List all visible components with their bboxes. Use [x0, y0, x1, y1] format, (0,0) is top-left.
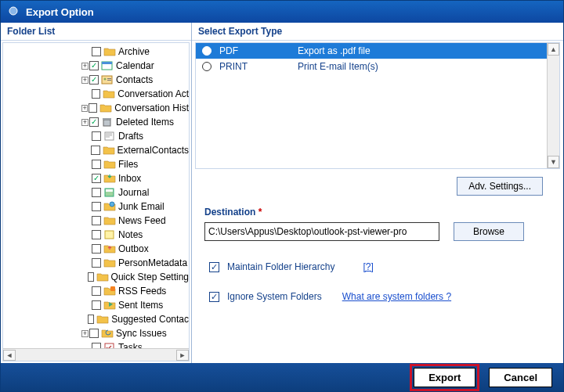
folder-tree[interactable]: Archive+Calendar+ContactsConversation Ac… — [3, 43, 189, 348]
folder-label: Conversation Act — [118, 88, 189, 99]
folder-checkbox[interactable] — [92, 131, 101, 141]
window-title: Export Option — [26, 6, 94, 18]
scroll-up-arrow[interactable]: ▲ — [548, 43, 559, 56]
folder-row[interactable]: News Feed — [6, 214, 189, 228]
export-settings-panel: Select Export Type PDFExport as .pdf fil… — [192, 23, 563, 363]
export-type-radio[interactable] — [202, 62, 212, 71]
folder-checkbox[interactable] — [89, 329, 99, 338]
scroll-right-arrow[interactable]: ► — [176, 350, 189, 361]
expand-spacer — [81, 202, 91, 211]
journal-icon — [103, 187, 116, 198]
export-option-window: Export Option Folder List Archive+Calend… — [0, 0, 564, 392]
expand-toggle[interactable]: + — [81, 330, 89, 337]
folder-row[interactable]: Sent Items — [6, 298, 189, 312]
folder-row[interactable]: Tasks — [6, 340, 189, 348]
folder-label: PersonMetadata — [118, 257, 187, 268]
folder-label: Deleted Items — [116, 117, 174, 128]
folder-checkbox[interactable] — [88, 315, 94, 324]
folder-checkbox[interactable] — [92, 160, 101, 169]
folder-checkbox[interactable] — [92, 202, 101, 211]
folder-icon — [103, 46, 116, 57]
folder-checkbox[interactable] — [89, 103, 97, 113]
adv-settings-button[interactable]: Adv. Settings... — [457, 177, 543, 196]
expand-toggle[interactable]: + — [81, 119, 89, 126]
folder-checkbox[interactable] — [92, 89, 101, 99]
cancel-button[interactable]: Cancel — [489, 368, 552, 387]
body: Folder List Archive+Calendar+ContactsCon… — [1, 23, 563, 363]
folder-icon — [103, 88, 115, 99]
folder-row[interactable]: Inbox — [6, 171, 189, 185]
scroll-track[interactable] — [16, 350, 176, 361]
folder-row[interactable]: PersonMetadata — [6, 256, 189, 270]
folder-checkbox[interactable] — [89, 75, 99, 85]
export-type-row[interactable]: PRINTPrint E-mail Item(s) — [196, 59, 559, 74]
folder-row[interactable]: +Conversation Hist — [6, 101, 189, 115]
export-type-radio[interactable] — [202, 46, 212, 56]
folder-row[interactable]: RSS Feeds — [6, 284, 189, 298]
folder-checkbox[interactable] — [91, 146, 99, 155]
folder-checkbox[interactable] — [89, 117, 99, 127]
folder-row[interactable]: Suggested Contac — [6, 312, 189, 326]
titlebar: Export Option — [1, 1, 563, 23]
maintain-hierarchy-checkbox[interactable] — [209, 262, 219, 272]
folder-label: Junk Email — [118, 201, 164, 212]
vertical-scrollbar[interactable]: ▲ ▼ — [547, 43, 559, 168]
folder-row[interactable]: ExternalContacts — [6, 143, 189, 157]
scroll-left-arrow[interactable]: ◄ — [3, 350, 16, 361]
folder-checkbox[interactable] — [92, 244, 101, 254]
ignore-system-checkbox[interactable] — [209, 292, 219, 302]
expand-spacer — [81, 146, 90, 155]
expand-spacer — [81, 272, 87, 282]
folder-checkbox[interactable] — [89, 61, 99, 70]
folder-row[interactable]: Archive — [6, 45, 189, 59]
maintain-hierarchy-help-link[interactable]: [?] — [363, 261, 373, 272]
expand-spacer — [81, 258, 91, 268]
folder-row[interactable]: Drafts — [6, 129, 189, 143]
export-type-code: PDF — [219, 45, 290, 56]
folder-checkbox[interactable] — [92, 343, 101, 348]
expand-spacer — [81, 343, 91, 348]
folder-label: Notes — [118, 229, 143, 240]
destination-input[interactable] — [204, 222, 439, 241]
folder-row[interactable]: +Contacts — [6, 73, 189, 87]
sync-icon — [101, 328, 114, 339]
folder-checkbox[interactable] — [92, 258, 101, 268]
expand-toggle[interactable]: + — [81, 77, 89, 84]
horizontal-scrollbar[interactable]: ◄ ► — [3, 348, 189, 361]
folder-row[interactable]: Conversation Act — [6, 87, 189, 101]
folder-label: Drafts — [118, 131, 143, 142]
folder-label: Files — [118, 159, 138, 170]
expand-spacer — [81, 131, 91, 141]
folder-label: Suggested Contac — [111, 314, 189, 325]
folder-checkbox[interactable] — [92, 300, 101, 310]
folder-row[interactable]: Outbox — [6, 242, 189, 256]
system-folders-help-link[interactable]: What are system folders ? — [342, 291, 451, 302]
folder-checkbox[interactable] — [92, 286, 101, 296]
folder-row[interactable]: Journal — [6, 185, 189, 200]
folder-checkbox[interactable] — [92, 174, 101, 183]
folder-checkbox[interactable] — [88, 272, 94, 282]
scroll-down-arrow[interactable]: ▼ — [548, 156, 559, 168]
folder-checkbox[interactable] — [92, 230, 101, 239]
folder-row[interactable]: +Deleted Items — [6, 115, 189, 129]
expand-spacer — [81, 89, 91, 99]
export-type-desc: Print E-mail Item(s) — [298, 61, 378, 72]
export-button[interactable]: Export — [414, 368, 475, 387]
folder-row[interactable]: Files — [6, 157, 189, 171]
folder-checkbox[interactable] — [92, 188, 101, 197]
folder-row[interactable]: +Sync Issues — [6, 326, 189, 340]
export-type-row[interactable]: PDFExport as .pdf file — [196, 43, 559, 59]
browse-button[interactable]: Browse — [454, 222, 524, 241]
folder-row[interactable]: +Calendar — [6, 59, 189, 73]
folder-icon — [96, 272, 109, 282]
expand-toggle[interactable]: + — [81, 105, 88, 112]
folder-checkbox[interactable] — [92, 216, 101, 225]
folder-row[interactable]: Notes — [6, 228, 189, 242]
expand-toggle[interactable]: + — [81, 63, 89, 70]
folder-row[interactable]: Junk Email — [6, 200, 189, 214]
folder-checkbox[interactable] — [92, 47, 101, 56]
expand-spacer — [81, 174, 91, 183]
drafts-icon — [103, 131, 116, 142]
expand-spacer — [81, 230, 91, 239]
folder-row[interactable]: Quick Step Setting — [6, 270, 189, 284]
